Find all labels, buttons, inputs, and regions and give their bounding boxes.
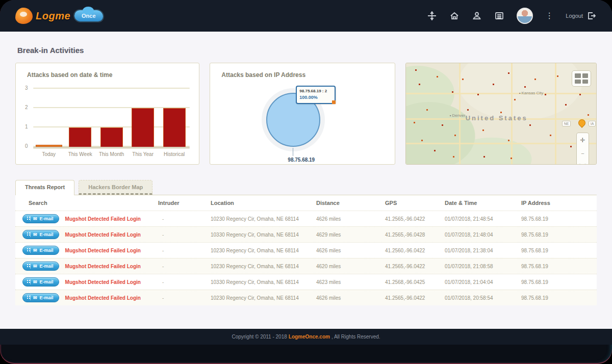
table-row: ✉ E-mail Mugshot Detected Failed Login -… [15, 211, 597, 226]
datetime-cell: 01/07/2018, 21:48:04 [445, 232, 521, 238]
ip-cell: 98.75.68.19 [521, 264, 597, 269]
ip-cell: 98.75.68.19 [521, 248, 597, 253]
pie-slice-label: 98.75.68.19 [288, 157, 349, 163]
map-chip-right[interactable]: IA [589, 121, 596, 126]
gps-cell: 41.2565,-96.0422 [385, 295, 445, 301]
footer-brand-link[interactable]: LogmeOnce.com [289, 334, 330, 340]
mugshot-alert-link[interactable]: Mugshot Detected Failed Login [65, 264, 141, 269]
logout-button[interactable]: Logout [566, 11, 597, 21]
map-fullscreen-control[interactable] [572, 70, 591, 87]
page-title: Break-in Activities [17, 46, 595, 55]
search-cell: ✉ E-mail Mugshot Detected Failed Login [22, 246, 158, 255]
gps-cell: 41.2568,-96.0425 [385, 279, 445, 285]
target-icon[interactable] [427, 11, 437, 21]
map-chip-left[interactable]: NE [562, 121, 571, 126]
mugshot-alert-link[interactable]: Mugshot Detected Failed Login [65, 279, 141, 285]
envelope-icon: ✉ [33, 264, 37, 269]
bar-historical[interactable] [163, 108, 186, 147]
logo[interactable]: Logme Once [15, 8, 103, 24]
tab-hackers-border-map[interactable]: Hackers Border Map [79, 180, 152, 195]
pie-tooltip-percent: 100.00% [299, 94, 332, 100]
intruder-cell: - [158, 264, 211, 269]
map-canvas[interactable]: United States Denver Kansas City NE IA ✛… [406, 63, 596, 164]
map-compass-icon[interactable]: ✛ [580, 137, 585, 144]
tab-threats-report[interactable]: Threats Report [15, 180, 74, 195]
search-cell: ✉ E-mail Mugshot Detected Failed Login [22, 277, 158, 287]
map-layers-icon[interactable]: ▮▯▮ [578, 163, 586, 165]
brand-name: Logme [36, 10, 70, 22]
bar-today[interactable] [36, 145, 62, 147]
distance-cell: 4629 miles [316, 232, 385, 238]
home-icon[interactable] [449, 11, 460, 21]
location-cell: 10330 Regency Cir, Omaha, NE 68114 [211, 279, 316, 285]
email-button[interactable]: ✉ E-mail [22, 262, 59, 271]
distance-cell: 4626 miles [316, 216, 385, 222]
email-button-label: E-mail [40, 279, 54, 284]
map-country-label: United States [466, 114, 528, 122]
col-distance: Distance [316, 200, 385, 206]
email-button[interactable]: ✉ E-mail [22, 293, 59, 302]
bar-this-week[interactable] [69, 127, 91, 147]
avatar[interactable] [517, 8, 533, 24]
envelope-icon: ✉ [33, 279, 37, 284]
mugshot-alert-link[interactable]: Mugshot Detected Failed Login [65, 295, 141, 301]
footer: Copyright © 2011 - 2018 LogmeOnce.com , … [0, 329, 612, 345]
location-cell: 10230 Regency Cir, Omaha, NE 68114 [211, 264, 316, 269]
email-button[interactable]: ✉ E-mail [22, 214, 59, 223]
email-button[interactable]: ✉ E-mail [22, 277, 59, 287]
table-row: ✉ E-mail Mugshot Detected Failed Login -… [15, 226, 597, 242]
topbar-actions: ⋮ Logout [427, 8, 597, 24]
y-tick: 1 [25, 124, 28, 129]
bar-this-year[interactable] [132, 108, 154, 147]
email-button[interactable]: ✉ E-mail [22, 246, 59, 255]
email-button-label: E-mail [40, 232, 54, 237]
app-window: Logme Once ⋮ Logout [0, 0, 612, 364]
dashboard-panels: Attacks based on date & time 3 2 1 0 [15, 63, 597, 165]
map-city-label-denver: Denver [450, 113, 466, 118]
grid-dots-icon [27, 264, 31, 269]
table-row: ✉ E-mail Mugshot Detected Failed Login -… [15, 258, 597, 274]
map-zoom-out-icon[interactable]: − [581, 150, 584, 157]
map-road [406, 93, 596, 94]
intruder-cell: - [158, 232, 211, 238]
user-icon[interactable] [472, 11, 482, 21]
threats-table: Search Intruder Location Distance GPS Da… [15, 195, 597, 305]
col-gps: GPS [385, 200, 445, 206]
copyright-suffix: , All Rights Reserved. [332, 334, 380, 340]
location-cell: 10230 Regency Cir, Omaha, NE 68114 [211, 216, 316, 222]
distance-cell: 4623 miles [316, 279, 385, 285]
bar-chart-title: Attacks based on date & time [16, 63, 199, 79]
list-icon[interactable] [494, 11, 504, 21]
location-cell: 10330 Regency Cir, Omaha, NE 68114 [211, 232, 316, 238]
x-label: This Week [64, 151, 95, 157]
mugshot-alert-link[interactable]: Mugshot Detected Failed Login [65, 232, 141, 238]
top-navigation-bar: Logme Once ⋮ Logout [0, 0, 612, 32]
email-button-label: E-mail [40, 248, 54, 253]
datetime-cell: 01/07/2018, 20:58:54 [445, 295, 521, 301]
brand-cloud: Once [74, 10, 103, 21]
gps-cell: 41.2560,-96.0422 [385, 248, 445, 253]
distance-cell: 4620 miles [316, 264, 385, 269]
col-search: Search [29, 200, 158, 206]
x-axis [33, 147, 190, 148]
grid-dots-icon [27, 248, 31, 253]
intruder-cell: - [158, 279, 211, 285]
map-road [406, 143, 596, 144]
mugshot-alert-link[interactable]: Mugshot Detected Failed Login [65, 248, 141, 253]
mascot-logo-icon [15, 8, 33, 24]
y-tick: 3 [25, 85, 28, 91]
kebab-menu-icon[interactable]: ⋮ [545, 12, 553, 20]
copyright-prefix: Copyright © 2011 - 2018 [232, 334, 287, 340]
bar-this-month[interactable] [100, 127, 123, 147]
grid-dots-icon [27, 279, 31, 284]
datetime-cell: 01/07/2018, 21:48:54 [445, 216, 521, 222]
mugshot-alert-link[interactable]: Mugshot Detected Failed Login [65, 216, 141, 222]
hackers-map-panel[interactable]: United States Denver Kansas City NE IA ✛… [405, 63, 597, 165]
map-city-label-kansas: Kansas City [519, 91, 544, 95]
location-cell: 10230 Regency Cir, Omaha, NE 68114 [211, 248, 316, 253]
y-tick: 2 [25, 105, 28, 110]
pie-chart: 98.75.68.19 98.75.68.19 : 2 100.00% [266, 93, 320, 147]
intruder-cell: - [158, 295, 211, 301]
email-button[interactable]: ✉ E-mail [22, 230, 59, 239]
main-content: Break-in Activities Attacks based on dat… [0, 32, 612, 329]
